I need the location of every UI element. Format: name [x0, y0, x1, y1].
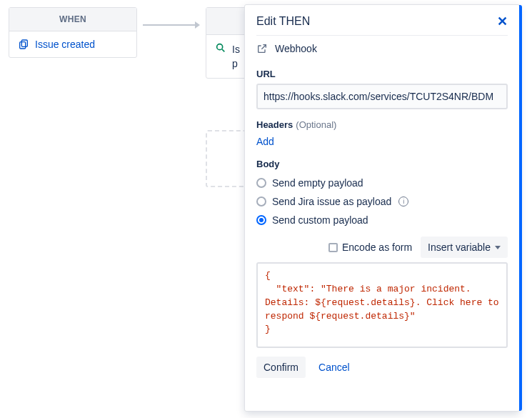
- encode-as-form-checkbox[interactable]: Encode as form: [328, 242, 412, 253]
- then-body-text: Isp: [232, 42, 240, 71]
- confirm-button[interactable]: Confirm: [256, 357, 306, 378]
- radio-icon: [256, 215, 266, 225]
- external-link-icon: [256, 43, 268, 54]
- svg-rect-1: [20, 42, 26, 49]
- close-icon[interactable]: ✕: [497, 15, 508, 28]
- when-body[interactable]: Issue created: [9, 31, 136, 57]
- payload-textarea[interactable]: { "text": "There is a major incident. De…: [256, 262, 508, 348]
- insert-variable-button[interactable]: Insert variable: [421, 237, 508, 258]
- url-input[interactable]: [256, 84, 508, 109]
- when-row-label: Issue created: [35, 39, 95, 50]
- issue-copy-icon: [18, 39, 29, 50]
- flow-arrow: [143, 24, 200, 26]
- svg-line-3: [222, 49, 224, 51]
- svg-point-2: [217, 44, 223, 50]
- when-node: WHEN Issue created: [9, 7, 137, 58]
- chevron-down-icon: [495, 246, 501, 249]
- info-icon[interactable]: i: [398, 196, 408, 206]
- headers-label: Headers(Optional): [256, 119, 508, 130]
- checkbox-icon: [328, 243, 338, 252]
- radio-icon: [256, 178, 266, 188]
- panel-title: Edit THEN: [256, 15, 310, 28]
- panel-subtype: Webhook: [275, 43, 317, 54]
- radio-jira-payload[interactable]: Send Jira issue as payload i: [256, 192, 508, 211]
- add-header-link[interactable]: Add: [256, 136, 274, 147]
- cancel-button[interactable]: Cancel: [311, 357, 357, 378]
- radio-custom-payload[interactable]: Send custom payload: [256, 211, 508, 229]
- body-radio-group: Send empty payload Send Jira issue as pa…: [256, 174, 508, 229]
- panel-accent: [519, 5, 522, 411]
- when-header: WHEN: [9, 8, 136, 31]
- body-label: Body: [256, 159, 508, 169]
- svg-rect-0: [21, 40, 27, 46]
- edit-then-panel: Edit THEN ✕ Webhook URL Headers(Optional…: [244, 4, 520, 412]
- radio-icon: [256, 196, 266, 206]
- search-icon: [215, 42, 226, 54]
- radio-empty-payload[interactable]: Send empty payload: [256, 174, 508, 192]
- url-label: URL: [256, 69, 508, 79]
